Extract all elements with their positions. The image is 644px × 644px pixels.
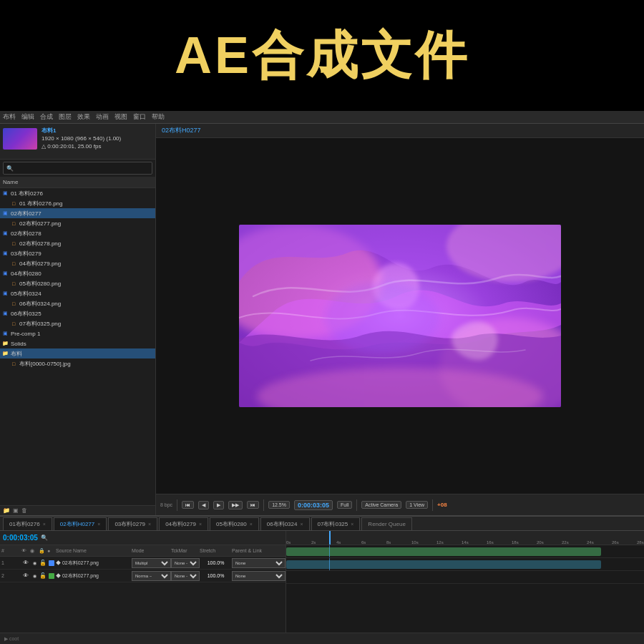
tab-close-07[interactable]: × [351,522,353,527]
layer-lock[interactable]: 🔓 [39,560,47,566]
tab-05[interactable]: 05布料0280 × [210,517,259,530]
tab-close-03[interactable]: × [148,522,151,527]
tab-03[interactable]: 03布料0279 × [108,517,157,530]
list-item[interactable]: ▣ 01 布料0276 [0,188,155,198]
list-item[interactable]: ▣ Pre-comp 1 [0,328,155,338]
folder-icon: 📁 [1,350,9,357]
list-item[interactable]: □ 07布料0325.png [0,318,155,328]
list-item[interactable]: □ 02布料0277.png [0,218,155,228]
list-item[interactable]: □ 01 布料0276.png [0,198,155,208]
list-item[interactable]: □ 06布料0324.png [0,298,155,308]
zoom-level[interactable]: 12.5% [268,501,290,509]
new-comp-btn[interactable]: ▣ [13,507,19,514]
layer-tickmar[interactable]: None ~ [171,558,200,568]
comp-icon: ▣ [1,190,9,197]
tab-02[interactable]: 02布料H0277 × [54,517,107,530]
comp-details: 1920 × 1080 (966 × 540) (1.00) [42,135,121,142]
menu-effect[interactable]: 效果 [77,112,90,122]
img-icon: □ [10,360,17,367]
transport-play[interactable]: ▶ [213,501,224,509]
color-swatch [49,573,54,579]
menu-file[interactable]: 布料 [3,112,16,122]
layer-solo[interactable]: ◉ [30,560,39,565]
track-bar-2[interactable] [286,560,601,569]
color-swatch [49,560,54,566]
file-name: 01 布料0276.png [19,200,63,208]
preview-container [156,138,644,494]
file-name: Pre-comp 1 [11,331,40,337]
list-item[interactable]: □ 04布料0279.png [0,258,155,268]
menu-composition[interactable]: 合成 [40,112,53,122]
mode-select[interactable]: Norma ~ [132,571,171,581]
time-ruler[interactable]: 0s 2s 4s 6s 8s 10s 12s 14s 16s 18s 20s 2… [286,531,644,545]
preview-tab[interactable]: 02布料H0277 [162,126,201,135]
transport-next[interactable]: ⏭ [247,501,259,509]
mode-select[interactable]: Multipl [132,558,171,568]
divider [432,499,433,511]
parent-select[interactable]: None [232,571,286,581]
menu-window[interactable]: 窗口 [133,112,146,122]
layer-mode[interactable]: Norma ~ [132,571,171,581]
tab-close-04[interactable]: × [199,522,202,527]
layer-mode[interactable]: Multipl [132,558,171,568]
layer-solo[interactable]: ◉ [30,573,39,578]
tickmar-select[interactable]: None ~ [171,558,200,568]
camera-btn[interactable]: Active Camera [361,501,401,509]
menu-anim[interactable]: 动画 [96,112,109,122]
search-timeline-btn[interactable]: 🔍 [41,535,48,541]
parent-select[interactable]: None [232,558,286,568]
track-bar-1[interactable] [286,547,601,556]
file-name: 04布料0280 [11,270,42,278]
list-item[interactable]: ▣ 02布料0278 [0,228,155,238]
layer-visibility[interactable]: 👁 [21,560,30,566]
list-item[interactable]: ▣ 02布料0277 [0,208,155,218]
file-name: 05布料0280.png [19,280,61,288]
tab-close-06[interactable]: × [300,522,303,527]
layer-visibility[interactable]: 👁 [21,572,30,579]
list-item[interactable]: 📁 布料 [0,348,155,358]
project-search[interactable]: 🔍 [3,162,152,175]
track-row [286,545,644,558]
tab-01[interactable]: 01布料0276 × [3,517,52,530]
timecode-display[interactable]: 0:00:03:05 [294,500,333,510]
color-depth-info: 8 bpc [160,502,172,507]
list-item[interactable]: □ 05布料0280.png [0,278,155,288]
menu-view[interactable]: 视图 [114,112,127,122]
list-item[interactable]: ▣ 03布料0279 [0,248,155,258]
layer-parent[interactable]: None [232,571,286,581]
col-mode: Mode [132,548,171,553]
tab-04[interactable]: 04布料0279 × [159,517,208,530]
transport-back[interactable]: ◀ [198,501,209,509]
menu-edit[interactable]: 编辑 [21,112,34,122]
trash-btn[interactable]: 🗑 [21,507,27,514]
tickmar-select[interactable]: None ~ [171,571,200,581]
menu-layer[interactable]: 图层 [59,112,72,122]
list-item[interactable]: □ 02布料0278.png [0,238,155,248]
new-folder-btn[interactable]: 📁 [3,507,10,514]
list-item[interactable]: ▣ 05布料0324 [0,288,155,298]
list-item[interactable]: ▣ 06布料0325 [0,308,155,318]
layer-tickmar[interactable]: None ~ [171,571,200,581]
tab-06[interactable]: 06布料0324 × [260,517,310,530]
layer-color[interactable] [47,560,56,566]
tab-close-05[interactable]: × [250,522,253,527]
layer-parent[interactable]: None [232,558,286,568]
menu-help[interactable]: 帮助 [152,112,165,122]
list-item[interactable]: 📁 Solids [0,338,155,348]
layer-lock[interactable]: 🔓 [39,572,47,579]
transport-prev[interactable]: ⏮ [182,501,194,509]
tab-close-01[interactable]: × [43,522,46,527]
list-item[interactable]: □ 布料[0000-0750].jpg [0,358,155,369]
tab-render-queue[interactable]: Render Queue [361,517,411,530]
left-panel: 布料1 1920 × 1080 (966 × 540) (1.00) △ 0:0… [0,124,156,515]
quality-btn[interactable]: Full [337,501,352,509]
layer-color[interactable] [47,573,56,579]
tab-07[interactable]: 07布料0325 × [311,517,361,530]
views-btn[interactable]: 1 View [406,501,428,509]
svg-point-5 [325,282,439,353]
folder-icon: 📁 [1,340,9,347]
tab-close-02[interactable]: × [97,522,100,527]
layer-stretch: 100.0% [200,573,232,578]
list-item[interactable]: ▣ 04布料0280 [0,268,155,278]
transport-fwd[interactable]: ▶▶ [228,501,243,509]
